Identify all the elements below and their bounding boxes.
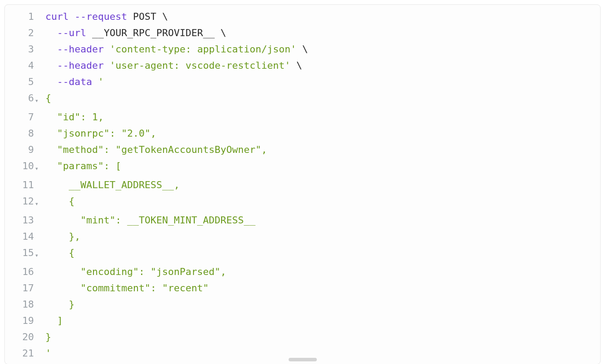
code-token: "commitment": "recent" — [45, 282, 209, 293]
code-line[interactable]: 10 "params": [ — [5, 158, 600, 177]
code-token: ' — [98, 76, 104, 87]
code-line[interactable]: 9 "method": "getTokenAccountsByOwner", — [5, 141, 600, 158]
fold-gutter[interactable] — [35, 158, 45, 177]
line-number: 8 — [5, 125, 35, 141]
line-number: 3 — [5, 41, 35, 57]
code-line[interactable]: 5 --data ' — [5, 74, 600, 90]
code-line[interactable]: 20} — [5, 329, 600, 345]
code-content[interactable]: curl --request POST \ — [45, 8, 600, 25]
code-token: { — [45, 247, 74, 258]
line-number: 1 — [5, 8, 35, 25]
code-line[interactable]: 8 "jsonrpc": "2.0", — [5, 125, 600, 141]
code-editor-panel: 1curl --request POST \2 --url __YOUR_RPC… — [4, 4, 601, 364]
code-token: , — [98, 111, 104, 123]
code-token: --header — [57, 44, 104, 55]
fold-gutter — [35, 312, 45, 315]
code-line[interactable]: 1curl --request POST \ — [5, 8, 600, 25]
line-number: 9 — [5, 141, 35, 158]
fold-gutter[interactable] — [35, 193, 45, 212]
fold-gutter — [35, 228, 45, 231]
code-content[interactable]: }, — [45, 228, 600, 245]
code-content[interactable]: --url __YOUR_RPC_PROVIDER__ \ — [45, 25, 600, 41]
code-content[interactable]: "method": "getTokenAccountsByOwner", — [45, 141, 600, 158]
code-content[interactable]: "commitment": "recent" — [45, 280, 600, 296]
code-content[interactable]: { — [45, 193, 600, 209]
code-token: __YOUR_RPC_PROVIDER__ \ — [86, 27, 226, 38]
code-content[interactable]: { — [45, 245, 600, 261]
fold-gutter — [35, 41, 45, 44]
chevron-down-icon[interactable] — [35, 165, 38, 172]
chevron-down-icon[interactable] — [35, 252, 38, 259]
fold-gutter[interactable] — [35, 245, 45, 264]
fold-gutter — [35, 8, 45, 11]
code-token: POST \ — [127, 11, 168, 22]
code-token: }, — [45, 231, 80, 242]
code-token: --data — [57, 76, 92, 87]
code-line[interactable]: 6{ — [5, 90, 600, 109]
code-line[interactable]: 4 --header 'user-agent: vscode-restclien… — [5, 57, 600, 74]
code-line[interactable]: 12 { — [5, 193, 600, 212]
code-token: } — [45, 299, 74, 310]
code-token: } — [45, 331, 51, 342]
code-content[interactable]: "params": [ — [45, 158, 600, 174]
code-line[interactable]: 15 { — [5, 245, 600, 264]
fold-gutter — [35, 141, 45, 144]
code-content[interactable]: "jsonrpc": "2.0", — [45, 125, 600, 141]
code-content[interactable]: ] — [45, 312, 600, 329]
code-line[interactable]: 3 --header 'content-type: application/js… — [5, 41, 600, 57]
code-content[interactable]: __WALLET_ADDRESS__, — [45, 177, 600, 193]
fold-gutter — [35, 177, 45, 179]
code-content[interactable]: ' — [45, 345, 600, 361]
code-token: { — [45, 93, 51, 104]
code-line[interactable]: 14 }, — [5, 228, 600, 245]
code-token — [104, 44, 109, 55]
chevron-down-icon[interactable] — [35, 97, 38, 104]
fold-gutter — [35, 212, 45, 215]
chevron-down-icon[interactable] — [35, 200, 38, 207]
code-token: --request — [74, 11, 127, 22]
code-token: 'user-agent: vscode-restclient' — [110, 60, 291, 71]
code-token: { — [45, 196, 74, 207]
fold-gutter — [35, 264, 45, 266]
code-token: "encoding": "jsonParsed", — [45, 266, 226, 277]
code-line[interactable]: 11 __WALLET_ADDRESS__, — [5, 177, 600, 193]
code-line[interactable]: 19 ] — [5, 312, 600, 329]
code-token: --header — [57, 60, 104, 71]
code-content[interactable]: "encoding": "jsonParsed", — [45, 264, 600, 280]
fold-gutter — [35, 296, 45, 299]
line-number: 6 — [5, 90, 35, 106]
code-line[interactable]: 7 "id": 1, — [5, 109, 600, 125]
code-line[interactable]: 13 "mint": __TOKEN_MINT_ADDRESS__ — [5, 212, 600, 228]
fold-gutter — [35, 25, 45, 27]
line-number: 19 — [5, 312, 35, 329]
code-body[interactable]: 1curl --request POST \2 --url __YOUR_RPC… — [5, 8, 600, 361]
line-number: 5 — [5, 74, 35, 90]
code-token: 'content-type: application/json' — [110, 44, 297, 55]
fold-gutter — [35, 345, 45, 348]
code-line[interactable]: 2 --url __YOUR_RPC_PROVIDER__ \ — [5, 25, 600, 41]
line-number: 21 — [5, 345, 35, 361]
line-number: 16 — [5, 264, 35, 280]
code-content[interactable]: } — [45, 329, 600, 345]
horizontal-scrollbar-thumb[interactable] — [289, 358, 317, 361]
code-line[interactable]: 17 "commitment": "recent" — [5, 280, 600, 296]
code-token: curl — [45, 11, 69, 22]
fold-gutter[interactable] — [35, 90, 45, 109]
code-content[interactable]: --header 'content-type: application/json… — [45, 41, 600, 57]
code-content[interactable]: { — [45, 90, 600, 106]
fold-gutter — [35, 109, 45, 111]
code-token — [104, 60, 109, 71]
code-content[interactable]: "mint": __TOKEN_MINT_ADDRESS__ — [45, 212, 600, 228]
line-number: 4 — [5, 57, 35, 74]
code-token: "mint": __TOKEN_MINT_ADDRESS__ — [45, 215, 256, 226]
code-line[interactable]: 18 } — [5, 296, 600, 312]
code-content[interactable]: --data ' — [45, 74, 600, 90]
fold-gutter — [35, 329, 45, 331]
line-number: 2 — [5, 25, 35, 41]
line-number: 12 — [5, 193, 35, 209]
code-content[interactable]: "id": 1, — [45, 109, 600, 125]
fold-gutter — [35, 57, 45, 60]
code-line[interactable]: 16 "encoding": "jsonParsed", — [5, 264, 600, 280]
code-content[interactable]: --header 'user-agent: vscode-restclient'… — [45, 57, 600, 74]
code-content[interactable]: } — [45, 296, 600, 312]
